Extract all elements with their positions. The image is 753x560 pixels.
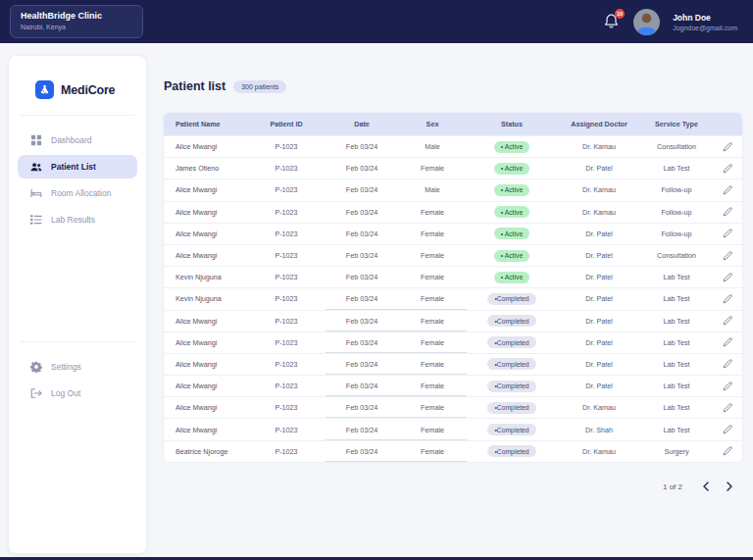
table-row: Alice Mwangi P-1023 Feb 03/24 Female •Co…: [164, 375, 742, 396]
pencil-icon: [723, 425, 732, 434]
date-cell: Feb 03/24: [326, 332, 398, 353]
page-indicator: 1 of 2: [663, 483, 682, 491]
assigned-doctor-cell: Dr. Patel: [557, 158, 641, 178]
medicore-logo-icon: [35, 80, 54, 99]
pencil-icon: [723, 294, 732, 304]
patient-id-cell: P-1023: [247, 179, 326, 200]
assigned-doctor-cell: Dr. Patel: [557, 354, 641, 375]
edit-row-button[interactable]: [721, 357, 734, 371]
gear-icon: [30, 361, 42, 373]
column-header-date: Date: [326, 120, 398, 128]
user-avatar[interactable]: [633, 9, 660, 35]
user-name: John Doe: [673, 13, 737, 23]
date-cell: Feb 03/24: [326, 202, 398, 223]
pencil-icon: [723, 273, 732, 282]
actions-cell: [712, 136, 742, 157]
user-email: Jogndoe@gmail.com: [673, 25, 737, 31]
table-row: Alice Mwangi P-1023 Feb 03/24 Female •Co…: [164, 353, 742, 375]
actions-cell: [712, 245, 742, 266]
column-header-patient-id: Patient ID: [247, 120, 326, 128]
previous-page-button[interactable]: [698, 479, 714, 494]
sex-cell: Female: [398, 267, 467, 287]
status-badge: •Completed: [487, 358, 535, 370]
sidebar-item-lab-results[interactable]: Lab Results: [18, 208, 137, 231]
edit-row-button[interactable]: [721, 423, 734, 436]
assigned-doctor-cell: Dr. Kamau: [557, 441, 641, 462]
lab-results-icon: [30, 214, 42, 226]
edit-row-button[interactable]: [721, 140, 734, 154]
status-cell: •Completed: [467, 441, 557, 462]
edit-row-button[interactable]: [721, 401, 734, 415]
sex-cell: Female: [398, 332, 467, 353]
status-cell: •Completed: [467, 376, 557, 396]
brand: MediCore: [35, 80, 146, 99]
edit-row-button[interactable]: [721, 335, 734, 349]
user-info: John Doe Jogndoe@gmail.com: [673, 13, 737, 31]
notification-count-badge: 10: [615, 9, 625, 19]
status-badge: •Completed: [487, 336, 535, 348]
table-row: Alice Mwangi P-1023 Feb 03/24 Male • Act…: [164, 178, 742, 200]
sidebar-item-dashboard[interactable]: Dashboard: [18, 128, 137, 152]
patient-name-cell: Beatrice Njoroge: [164, 441, 247, 462]
pencil-icon: [723, 382, 732, 391]
sidebar-divider-top: [21, 115, 134, 116]
actions-cell: [712, 224, 742, 244]
edit-row-button[interactable]: [721, 249, 734, 263]
service-type-cell: Follow-up: [641, 179, 712, 200]
status-badge: • Active: [494, 228, 529, 239]
patient-id-cell: P-1023: [247, 311, 326, 331]
date-cell: Feb 03/24: [326, 136, 398, 157]
table-row: Alice Mwangi P-1023 Feb 03/24 Female • A…: [164, 223, 742, 244]
sex-cell: Female: [398, 441, 467, 462]
patient-id-cell: P-1023: [247, 224, 326, 244]
status-badge: • Active: [494, 272, 529, 283]
assigned-doctor-cell: Dr. Patel: [557, 224, 641, 244]
date-cell: Feb 03/24: [326, 158, 398, 178]
sidebar-item-patient-list[interactable]: Patient List: [18, 155, 137, 178]
patient-id-cell: P-1023: [247, 245, 326, 266]
patient-id-cell: P-1023: [247, 441, 326, 462]
sex-cell: Female: [398, 202, 467, 223]
status-cell: •Completed: [467, 419, 557, 439]
edit-row-button[interactable]: [721, 183, 734, 197]
service-type-cell: Lab Test: [641, 267, 712, 287]
assigned-doctor-cell: Dr. Kamau: [557, 136, 641, 157]
assigned-doctor-cell: Dr. Patel: [557, 245, 641, 266]
status-cell: • Active: [467, 136, 557, 157]
sidebar-item-label: Lab Results: [51, 215, 95, 225]
column-header-status: Status: [467, 120, 557, 128]
table-row: Alice Mwangi P-1023 Feb 03/24 Male • Act…: [164, 135, 742, 157]
sidebar-item-settings[interactable]: Settings: [18, 355, 137, 379]
edit-row-button[interactable]: [721, 314, 734, 328]
actions-cell: [712, 288, 742, 309]
notifications-button[interactable]: 10: [603, 13, 621, 30]
patient-name-cell: Alice Mwangi: [164, 311, 247, 331]
patient-name-cell: Alice Mwangi: [164, 179, 247, 200]
edit-row-button[interactable]: [721, 444, 734, 458]
sidebar-item-logout[interactable]: Log Out: [18, 382, 137, 405]
patient-name-cell: Alice Mwangi: [164, 136, 247, 157]
edit-row-button[interactable]: [721, 227, 734, 240]
edit-row-button[interactable]: [721, 271, 734, 284]
edit-row-button[interactable]: [721, 292, 734, 306]
patient-id-cell: P-1023: [247, 158, 326, 178]
status-cell: • Active: [467, 179, 557, 200]
sex-cell: Female: [398, 158, 467, 178]
pencil-icon: [723, 337, 732, 347]
edit-row-button[interactable]: [721, 380, 734, 393]
edit-row-button[interactable]: [721, 205, 734, 219]
status-badge: •Completed: [487, 445, 535, 457]
table-header-row: Patient Name Patient ID Date Sex Status …: [164, 113, 742, 135]
service-type-cell: Lab Test: [641, 311, 712, 331]
brand-name: MediCore: [61, 83, 115, 97]
chevron-left-icon: [702, 482, 710, 491]
next-page-button[interactable]: [722, 479, 737, 494]
assigned-doctor-cell: Dr. Patel: [557, 288, 641, 309]
assigned-doctor-cell: Dr. Kamau: [557, 202, 641, 223]
edit-row-button[interactable]: [721, 162, 734, 176]
sidebar-item-room-allocation[interactable]: Room Allocation: [18, 181, 137, 205]
service-type-cell: Lab Test: [641, 376, 712, 396]
logout-icon: [30, 387, 42, 399]
clinic-selector[interactable]: HealthBridge Clinic Nairobi, Kenya: [10, 5, 143, 38]
actions-cell: [712, 441, 742, 462]
